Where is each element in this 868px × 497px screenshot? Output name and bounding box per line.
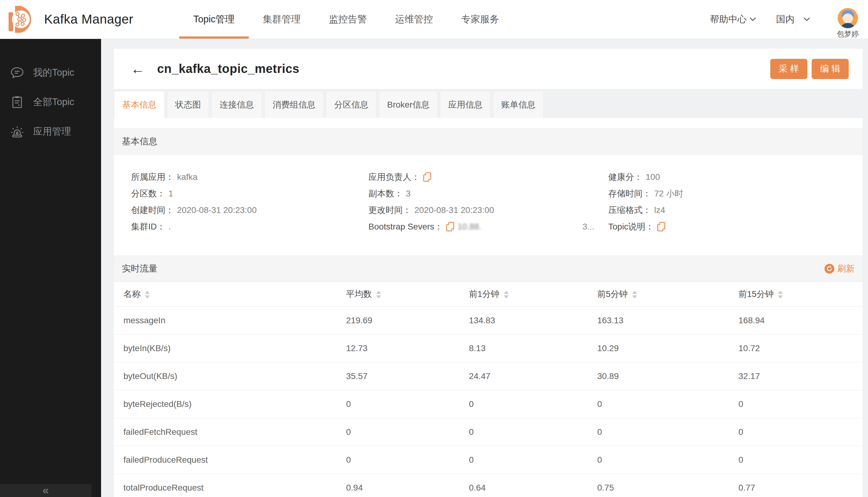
page-title: cn_kafka_topic_metrics [157, 62, 300, 76]
tab-broker-info[interactable]: Broker信息 [379, 91, 438, 118]
chat-bubble-icon [10, 65, 25, 80]
table-row: byteIn(KB/s) 12.73 8.13 10.29 10.72 [114, 335, 863, 363]
field-app: 所属应用： kafka [131, 169, 368, 185]
tab-billing-info[interactable]: 账单信息 [493, 91, 544, 118]
field-compression: 压缩格式： lz4 [608, 202, 863, 218]
metric-name: failedProduceRequest [114, 446, 337, 474]
basic-info-section-header: 基本信息 [114, 128, 863, 155]
chevron-down-icon [749, 17, 756, 22]
tab-status-chart[interactable]: 状态图 [167, 91, 209, 118]
metric-name: totalProduceRequest [114, 474, 337, 497]
avatar[interactable] [838, 8, 858, 28]
page-header-card: ← cn_kafka_topic_metrics 采 样 编 辑 [114, 49, 863, 89]
sort-icon[interactable] [632, 291, 637, 298]
detail-card: 基本信息 所属应用： kafka 应用负责人： 健康分： 100 分区数： [114, 118, 863, 497]
table-row: messageIn 219.69 134.83 163.13 168.94 [114, 307, 863, 335]
traffic-table: 名称 平均数 前1分钟 前5分钟 前15分钟 messageIn 219.69 … [114, 282, 863, 497]
active-nav-underline [179, 37, 248, 39]
table-header-row: 名称 平均数 前1分钟 前5分钟 前15分钟 [114, 282, 863, 307]
column-header-name: 名称 [124, 289, 141, 299]
field-create-time: 创建时间： 2020-08-31 20:23:00 [131, 202, 368, 218]
chevron-down-icon [803, 17, 810, 22]
metric-name: byteIn(KB/s) [114, 335, 337, 363]
sort-icon[interactable] [778, 291, 783, 298]
main-content: ← cn_kafka_topic_metrics 采 样 编 辑 基本信息 状态… [101, 39, 868, 497]
tab-basic-info[interactable]: 基本信息 [114, 91, 165, 118]
table-row: byteRejected(B/s) 0 0 0 0 [114, 390, 863, 418]
back-icon[interactable]: ← [131, 62, 145, 76]
field-app-owner: 应用负责人： [368, 169, 608, 185]
field-topic-description: Topic说明： [608, 218, 863, 235]
copy-icon[interactable] [657, 222, 666, 232]
basic-info-fields: 所属应用： kafka 应用负责人： 健康分： 100 分区数： 1 副本数： [114, 155, 863, 247]
collapse-icon: « [43, 485, 49, 496]
sidebar-item-all-topic[interactable]: 全部Topic [0, 87, 101, 117]
table-row: failedFetchRequest 0 0 0 0 [114, 418, 863, 446]
sidebar-item-my-topic[interactable]: 我的Topic [0, 58, 101, 87]
field-modify-time: 更改时间： 2020-08-31 20:23:00 [368, 202, 608, 218]
nav-item-topic[interactable]: Topic管理 [179, 0, 248, 39]
nav-item-monitor[interactable]: 监控告警 [315, 0, 381, 39]
field-replica-count: 副本数： 3 [368, 185, 608, 202]
sample-button[interactable]: 采 样 [770, 59, 807, 79]
field-value-truncated: 3... [582, 222, 594, 232]
region-selector[interactable]: 国内 [776, 13, 810, 26]
user-name: 包梦婷 [837, 29, 859, 39]
field-health-score: 健康分： 100 [608, 169, 863, 185]
top-navbar: Kafka Manager Topic管理 集群管理 监控告警 运维管控 专家服… [0, 0, 868, 39]
tab-app-info[interactable]: 应用信息 [440, 91, 491, 118]
app-logo-icon [5, 3, 38, 36]
field-value-redacted: 10.88. [458, 222, 481, 232]
traffic-section-header: 实时流量 刷新 [114, 256, 863, 282]
metric-name: byteOut(KB/s) [114, 363, 337, 390]
field-retention-time: 存储时间： 72 小时 [608, 185, 863, 202]
topbar-right: 帮助中心 国内 包梦婷 [710, 0, 859, 39]
tab-connection-info[interactable]: 连接信息 [211, 91, 262, 118]
nav-item-cluster[interactable]: 集群管理 [249, 0, 315, 39]
help-center-menu[interactable]: 帮助中心 [710, 13, 756, 26]
refresh-icon [825, 264, 834, 274]
field-partition-count: 分区数： 1 [131, 185, 368, 202]
sidebar-item-app-manage[interactable]: 应用管理 [0, 117, 101, 146]
field-cluster-id: 集群ID： . [131, 218, 368, 235]
table-row: failedProduceRequest 0 0 0 0 [114, 446, 863, 474]
alarm-icon [10, 124, 25, 139]
app-title: Kafka Manager [44, 12, 133, 27]
nav-item-ops[interactable]: 运维管控 [381, 0, 447, 39]
copy-icon[interactable] [446, 222, 454, 232]
column-header-1min: 前1分钟 [469, 289, 500, 299]
copy-icon[interactable] [423, 172, 432, 182]
detail-tabs: 基本信息 状态图 连接信息 消费组信息 分区信息 Broker信息 应用信息 账… [114, 91, 863, 118]
sidebar: 我的Topic 全部Topic [0, 39, 101, 497]
sort-icon[interactable] [376, 291, 381, 298]
nav-item-expert[interactable]: 专家服务 [447, 0, 513, 39]
refresh-button[interactable]: 刷新 [825, 263, 855, 274]
table-row: byteOut(KB/s) 35.57 24.47 30.89 32.17 [114, 363, 863, 390]
sort-icon[interactable] [504, 291, 509, 298]
clipboard-icon [10, 95, 25, 109]
sidebar-collapse-button[interactable]: « [0, 484, 91, 497]
main-nav: Topic管理 集群管理 监控告警 运维管控 专家服务 [179, 0, 513, 39]
column-header-5min: 前5分钟 [597, 289, 628, 299]
user-menu[interactable]: 包梦婷 [837, 8, 859, 39]
tab-consumer-group-info[interactable]: 消费组信息 [264, 91, 324, 118]
field-bootstrap-servers: Bootstrap Severs： 10.88. 3... [368, 218, 608, 235]
tab-partition-info[interactable]: 分区信息 [326, 91, 377, 118]
column-header-avg: 平均数 [346, 289, 372, 299]
table-row: totalProduceRequest 0.94 0.64 0.75 0.77 [114, 474, 863, 497]
metric-name: byteRejected(B/s) [114, 390, 337, 418]
metric-name: messageIn [114, 307, 337, 335]
edit-button[interactable]: 编 辑 [812, 59, 849, 79]
column-header-15min: 前15分钟 [738, 289, 774, 299]
metric-name: failedFetchRequest [114, 418, 337, 446]
sort-icon[interactable] [145, 291, 150, 298]
